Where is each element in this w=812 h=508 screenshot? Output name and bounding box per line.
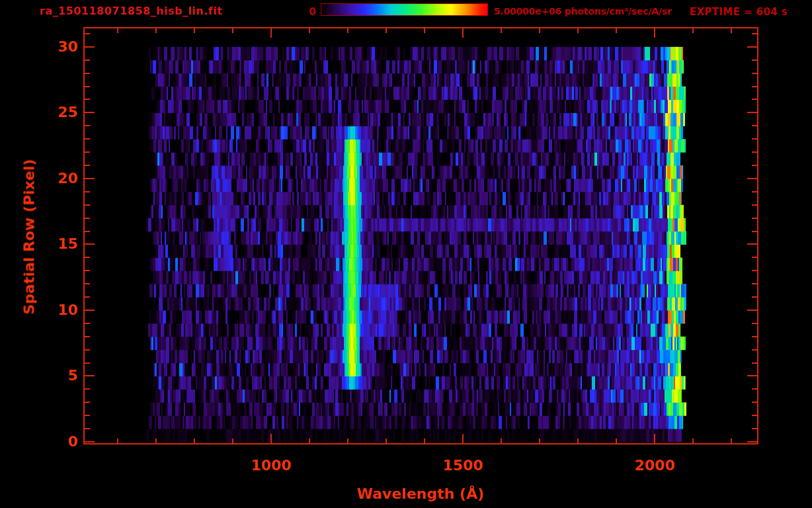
y-tick-label: 10 bbox=[30, 302, 78, 318]
plot-window: ra_150118071858_hisb_lin.fit 0 5.00000e+… bbox=[0, 0, 812, 508]
x-axis-title: Wavelength (Å) bbox=[354, 486, 487, 502]
y-tick-label: 0 bbox=[30, 433, 78, 450]
y-tick-label: 30 bbox=[30, 38, 78, 55]
colorbar-scale-label: 5.00000e+06 photons/cm²/sec/A/sr bbox=[494, 6, 672, 17]
colorbar-min-label: 0 bbox=[299, 6, 316, 18]
y-tick-label: 25 bbox=[30, 104, 78, 120]
y-tick-label: 5 bbox=[30, 367, 78, 384]
y-tick-label: 15 bbox=[30, 235, 78, 252]
x-tick-label: 2000 bbox=[622, 457, 688, 474]
colorbar-gradient bbox=[321, 4, 487, 15]
x-tick-label: 1500 bbox=[430, 457, 496, 474]
filename-title: ra_150118071858_hisb_lin.fit bbox=[40, 5, 223, 17]
colorbar-units: photons/cm²/sec/A/sr bbox=[565, 6, 672, 17]
x-tick-label: 1000 bbox=[238, 457, 304, 474]
colorbar bbox=[321, 3, 488, 16]
spectrogram-canvas bbox=[0, 0, 812, 508]
exptime-label: EXPTIME = 604 s bbox=[690, 6, 788, 18]
y-tick-label: 20 bbox=[30, 170, 78, 187]
colorbar-max-label: 5.00000e+06 bbox=[494, 6, 561, 17]
